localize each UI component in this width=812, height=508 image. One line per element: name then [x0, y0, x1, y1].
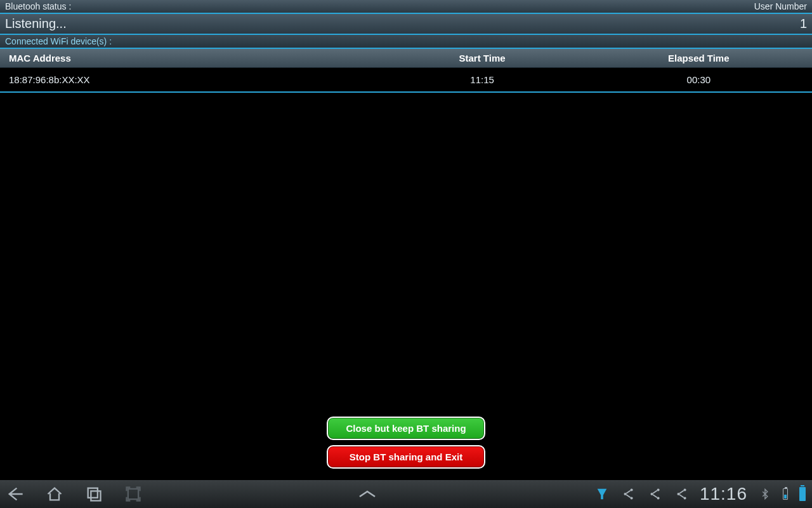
col-header-elapsed: Elapsed Time	[591, 53, 807, 64]
svg-point-8	[657, 497, 659, 499]
header-labels-bar: Bluetooh status : User Number	[0, 0, 812, 14]
wifi-devices-label: Connected WiFi device(s) :	[0, 35, 812, 49]
user-number-value: 1	[800, 17, 807, 31]
col-header-start: Start Time	[374, 53, 590, 64]
nav-right-group: 11:16	[593, 484, 806, 504]
screenshot-icon[interactable]	[124, 485, 142, 503]
svg-rect-2	[128, 489, 138, 499]
svg-rect-0	[88, 488, 98, 498]
bluetooth-icon	[756, 485, 774, 503]
chevron-up-icon	[357, 489, 378, 499]
share-icon-2[interactable]	[646, 485, 664, 503]
nav-center[interactable]	[142, 489, 593, 499]
system-navbar: 11:16	[0, 480, 812, 508]
header-values-bar: Listening... 1	[0, 14, 812, 35]
bluetooth-status-value: Listening...	[5, 17, 67, 31]
svg-point-10	[683, 489, 686, 491]
action-button-group: Close but keep BT sharing Stop BT sharin…	[0, 417, 812, 472]
table-row[interactable]: 18:87:96:8b:XX:XX 11:15 00:30	[0, 68, 812, 93]
app-screen: { "header": { "bluetooth_label": "Blueto…	[0, 0, 812, 508]
share-icon-3[interactable]	[673, 485, 691, 503]
svg-rect-1	[91, 491, 100, 500]
notification-app-icon[interactable]	[593, 485, 611, 503]
svg-point-5	[630, 497, 632, 499]
recent-apps-icon[interactable]	[85, 485, 103, 503]
system-clock[interactable]: 11:16	[700, 484, 747, 504]
wifi-battery-icon	[783, 488, 788, 500]
stop-bt-exit-button[interactable]: Stop BT sharing and Exit	[327, 445, 485, 469]
cell-mac: 18:87:96:8b:XX:XX	[5, 74, 374, 85]
svg-point-4	[630, 489, 632, 491]
device-table-header: MAC Address Start Time Elapsed Time	[0, 49, 812, 68]
home-icon[interactable]	[46, 485, 63, 503]
close-keep-bt-button[interactable]: Close but keep BT sharing	[327, 417, 485, 440]
nav-left-group	[6, 485, 142, 503]
svg-point-11	[683, 497, 686, 499]
svg-point-7	[657, 489, 659, 491]
bluetooth-status-label: Bluetooh status :	[5, 1, 71, 11]
battery-icon	[797, 487, 806, 501]
share-icon[interactable]	[620, 485, 638, 503]
cell-elapsed: 00:30	[591, 74, 807, 85]
back-icon[interactable]	[6, 485, 24, 503]
cell-start: 11:15	[374, 74, 590, 85]
col-header-mac: MAC Address	[5, 53, 374, 64]
user-number-label: User Number	[754, 1, 807, 11]
